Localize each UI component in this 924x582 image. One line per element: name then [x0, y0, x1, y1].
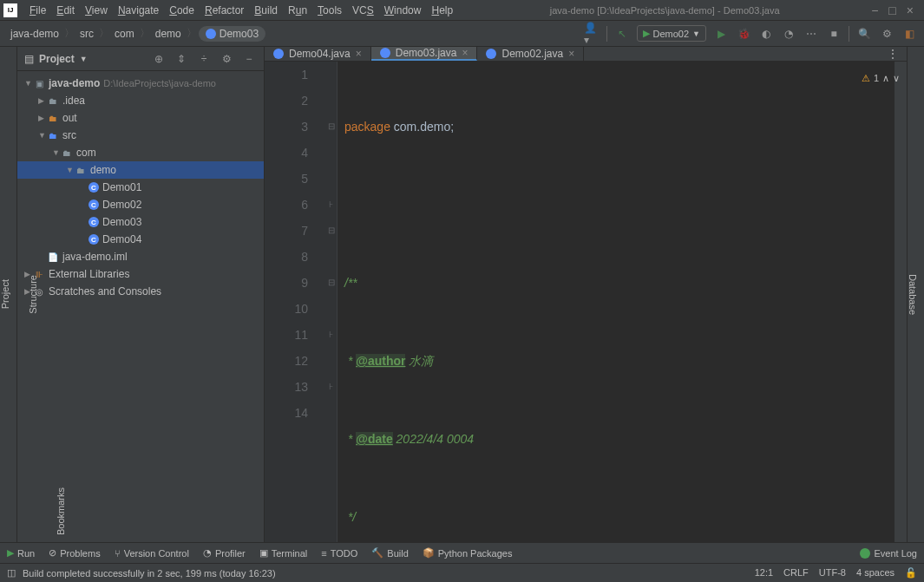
minimize-button[interactable]: − — [871, 3, 878, 17]
close-button[interactable]: × — [907, 3, 914, 17]
breadcrumb: java-demo〉 src〉 com〉 demo〉 Demo03 — [7, 26, 265, 42]
editor-tab[interactable]: Demo04.java× — [265, 47, 371, 61]
tree-root[interactable]: ▼▣java-demoD:\IdeaProjects\java-demo — [17, 75, 264, 92]
run-button[interactable]: ▶ — [713, 26, 729, 42]
sidebar-title: Project — [39, 53, 75, 65]
tree-scratch[interactable]: ▶◎Scratches and Consoles — [17, 283, 264, 300]
tool-run[interactable]: ▶Run — [7, 547, 35, 559]
tool-build[interactable]: 🔨Build — [371, 547, 408, 559]
menu-navigate[interactable]: Navigate — [113, 3, 164, 18]
tree-folder[interactable]: ▼🖿src — [17, 127, 264, 144]
window-title: java-demo [D:\IdeaProjects\java-demo] - … — [458, 5, 871, 16]
settings-icon[interactable]: ⚙ — [879, 26, 895, 42]
fold-gutter: ⊟ ⊦ ⊟ ⊟ ⊦ ⊦ — [325, 62, 337, 542]
prev-icon[interactable]: ∧ — [882, 65, 889, 91]
breadcrumb-class[interactable]: Demo03 — [199, 26, 265, 42]
menu-run[interactable]: Run — [283, 3, 312, 18]
run-config-select[interactable]: ▶Demo02▼ — [637, 25, 707, 42]
tool-terminal[interactable]: ▣Terminal — [259, 547, 308, 559]
tool-bookmarks[interactable]: Bookmarks — [56, 487, 66, 535]
ij-logo-icon: IJ — [3, 3, 17, 17]
event-badge-icon — [860, 548, 870, 559]
breadcrumb-item[interactable]: com — [111, 26, 138, 42]
sidebar-header: ▤ Project ▼ ⊕ ⇕ ÷ ⚙ − — [17, 47, 264, 71]
encoding[interactable]: UTF-8 — [819, 567, 846, 579]
hide-icon[interactable]: − — [241, 51, 257, 67]
breadcrumb-item[interactable]: java-demo — [7, 26, 62, 42]
tree-folder[interactable]: ▼🖿com — [17, 144, 264, 161]
class-icon — [380, 48, 390, 58]
left-tool-strip: Project Structure Bookmarks — [0, 47, 17, 542]
tree-file[interactable]: 📄java-demo.iml — [17, 248, 264, 265]
help-icon[interactable]: ◧ — [901, 26, 917, 42]
menu-refactor[interactable]: Refactor — [200, 3, 249, 18]
tree-folder[interactable]: ▶🖿out — [17, 109, 264, 127]
tool-vcs[interactable]: ⑂Version Control — [115, 548, 189, 559]
close-icon[interactable]: × — [568, 48, 574, 60]
breadcrumb-item[interactable]: demo — [152, 26, 185, 42]
stop-button[interactable]: ■ — [826, 26, 842, 42]
tree-class[interactable]: CDemo03 — [17, 213, 264, 231]
tree-ext[interactable]: ▶⊪External Libraries — [17, 265, 264, 283]
close-icon[interactable]: × — [356, 48, 362, 60]
tool-database[interactable]: Database — [908, 274, 918, 315]
menubar: File Edit View Navigate Code Refactor Bu… — [24, 3, 458, 18]
status-bar: ◫ Build completed successfully in 2 sec,… — [0, 563, 924, 582]
tool-problems[interactable]: ⊘Problems — [49, 547, 100, 559]
right-tool-strip: Database SciView — [907, 47, 924, 542]
bottom-tool-tabs: ▶Run ⊘Problems ⑂Version Control ◔Profile… — [0, 542, 924, 563]
tool-todo[interactable]: ≡TODO — [321, 548, 357, 559]
profile-button[interactable]: ◔ — [781, 26, 796, 42]
tree-class[interactable]: CDemo04 — [17, 231, 264, 248]
tree-class[interactable]: CDemo02 — [17, 196, 264, 213]
maximize-button[interactable]: □ — [888, 3, 895, 17]
coverage-button[interactable]: ◐ — [758, 26, 774, 42]
tree-class[interactable]: CDemo01 — [17, 179, 264, 196]
back-icon[interactable]: ↖ — [614, 26, 630, 42]
tool-profiler[interactable]: ◔Profiler — [203, 547, 246, 559]
menu-edit[interactable]: Edit — [51, 3, 80, 18]
expand-icon[interactable]: ⇕ — [174, 51, 189, 67]
tool-structure[interactable]: Structure — [28, 275, 38, 314]
menu-build[interactable]: Build — [249, 3, 283, 18]
titlebar: IJ File Edit View Navigate Code Refactor… — [0, 0, 924, 21]
breadcrumb-item[interactable]: src — [76, 26, 97, 42]
debug-button[interactable]: 🐞 — [736, 26, 751, 42]
select-opened-icon[interactable]: ⊕ — [151, 51, 167, 67]
readonly-icon[interactable]: 🔓 — [905, 567, 917, 579]
indent[interactable]: 4 spaces — [856, 567, 895, 579]
window-controls: − □ × — [871, 3, 921, 17]
menu-view[interactable]: View — [80, 3, 113, 18]
editor-scrollbar[interactable] — [895, 62, 907, 542]
gear-icon[interactable]: ⚙ — [219, 51, 234, 67]
tree-folder[interactable]: ▶🖿.idea — [17, 92, 264, 109]
tree-folder-demo[interactable]: ▼🖿demo — [17, 161, 264, 179]
tool-python[interactable]: 📦Python Packages — [423, 547, 513, 559]
user-icon[interactable]: 👤▾ — [584, 26, 600, 42]
collapse-icon[interactable]: ÷ — [196, 51, 212, 67]
editor-tab[interactable]: Demo02.java× — [477, 47, 584, 61]
menu-window[interactable]: Window — [379, 3, 427, 18]
tool-windows-icon[interactable]: ◫ — [7, 567, 16, 579]
status-message: Build completed successfully in 2 sec, 1… — [23, 568, 276, 579]
line-separator[interactable]: CRLF — [783, 567, 809, 579]
editor-tab[interactable]: Demo03.java× — [371, 47, 478, 61]
menu-tools[interactable]: Tools — [312, 3, 347, 18]
chevron-down-icon[interactable]: ▼ — [80, 55, 88, 63]
close-icon[interactable]: × — [462, 47, 468, 59]
next-icon[interactable]: ∨ — [893, 65, 900, 91]
search-icon[interactable]: 🔍 — [856, 26, 872, 42]
code-editor[interactable]: 123 456 789 101112 1314 ⊟ ⊦ ⊟ ⊟ ⊦ ⊦ pack… — [265, 62, 907, 542]
menu-file[interactable]: File — [24, 3, 51, 18]
menu-vcs[interactable]: VCS — [347, 3, 379, 18]
more-icon[interactable]: ⋮ — [879, 47, 907, 61]
class-icon — [486, 49, 496, 59]
attach-button[interactable]: ⋯ — [803, 26, 819, 42]
menu-help[interactable]: Help — [426, 3, 458, 18]
tool-project[interactable]: Project — [0, 279, 10, 309]
class-icon — [273, 49, 284, 59]
cursor-position[interactable]: 12:1 — [755, 567, 773, 579]
inspection-widget[interactable]: ⚠1 ∧∨ — [862, 65, 900, 91]
event-log-button[interactable]: Event Log — [874, 548, 917, 559]
menu-code[interactable]: Code — [164, 3, 200, 18]
